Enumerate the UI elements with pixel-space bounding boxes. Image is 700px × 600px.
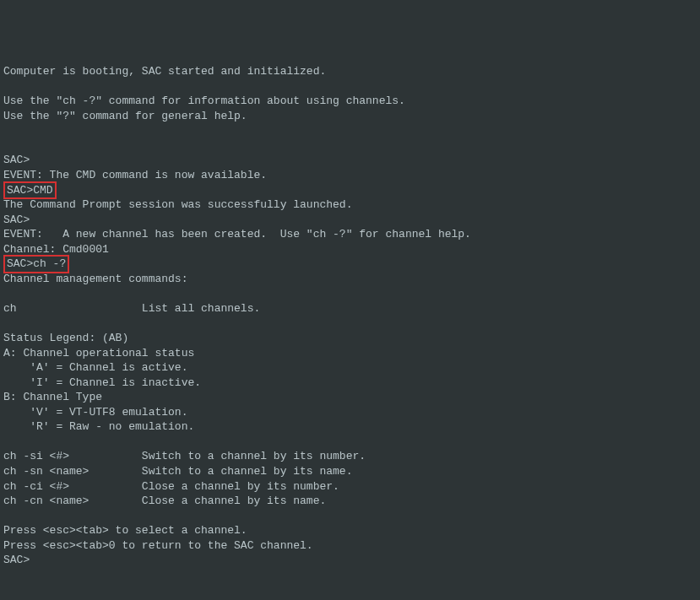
terminal-line: SAC>ch -? <box>3 257 697 272</box>
terminal-line <box>3 79 697 95</box>
terminal-line: ch List all channels. <box>3 301 697 316</box>
terminal-line: A: Channel operational status <box>3 346 697 361</box>
terminal-line: Press <esc><tab>0 to return to the SAC c… <box>3 538 697 554</box>
terminal-line: SAC>CMD <box>3 183 697 198</box>
terminal-line <box>3 123 697 138</box>
terminal-line: 'A' = Channel is active. <box>3 360 697 376</box>
terminal-line: Status Legend: (AB) <box>3 331 697 346</box>
terminal-line: EVENT: The CMD command is now available. <box>3 168 697 183</box>
terminal-line <box>3 316 697 331</box>
terminal-line: SAC> <box>3 213 697 228</box>
terminal-line: Use the "?" command for general help. <box>3 109 697 124</box>
terminal-line: B: Channel Type <box>3 390 697 405</box>
highlighted-command: SAC>CMD <box>3 181 57 200</box>
terminal-line: SAC> <box>3 153 697 168</box>
highlighted-command: SAC>ch -? <box>3 255 69 273</box>
terminal-line: ch -si <#> Switch to a channel by its nu… <box>3 449 697 464</box>
terminal-line: Channel management commands: <box>3 272 697 287</box>
terminal-line: ch -ci <#> Close a channel by its number… <box>3 479 697 495</box>
terminal-line <box>3 509 697 524</box>
terminal-line <box>3 435 697 450</box>
terminal-line: Computer is booting, SAC started and ini… <box>3 64 697 79</box>
terminal-line: 'I' = Channel is inactive. <box>3 376 697 391</box>
terminal-line <box>3 286 697 301</box>
terminal-line: ch -sn <name> Switch to a channel by its… <box>3 464 697 479</box>
terminal-line: 'V' = VT-UTF8 emulation. <box>3 405 697 420</box>
terminal-line <box>3 138 697 154</box>
terminal-line: ch -cn <name> Close a channel by its nam… <box>3 494 697 509</box>
terminal-output[interactable]: Computer is booting, SAC started and ini… <box>3 64 697 568</box>
terminal-line: Press <esc><tab> to select a channel. <box>3 523 697 538</box>
terminal-line: EVENT: A new channel has been created. U… <box>3 227 697 242</box>
terminal-line: 'R' = Raw - no emulation. <box>3 419 697 435</box>
terminal-line: SAC> <box>3 553 697 568</box>
terminal-line: The Command Prompt session was successfu… <box>3 197 697 213</box>
terminal-line: Use the "ch -?" command for information … <box>3 94 697 109</box>
terminal-line: Channel: Cmd0001 <box>3 242 697 257</box>
